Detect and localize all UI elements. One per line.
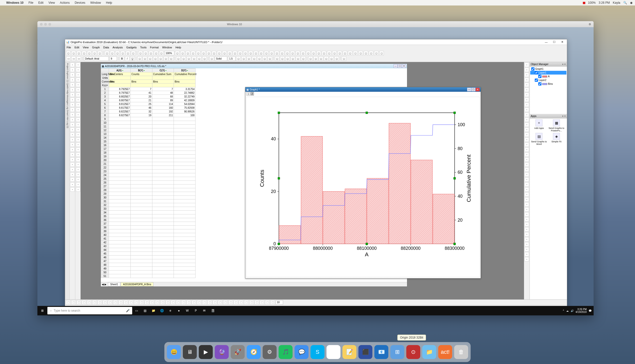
tool-button[interactable]: ▫ — [524, 217, 529, 222]
tool-button[interactable]: ▫ — [70, 118, 75, 122]
tool-button[interactable]: ▫ — [70, 62, 75, 67]
tool-button[interactable]: ▫ — [524, 132, 529, 137]
tool-button[interactable]: ▫ — [524, 92, 529, 97]
tool-button[interactable]: ◻ — [82, 51, 86, 55]
origin-menu-tools[interactable]: Tools — [140, 46, 147, 49]
column-header[interactable]: D(Y) ▪ — [174, 68, 196, 72]
origin-menu-format[interactable]: Format — [150, 46, 159, 49]
dock-app[interactable]: ⊙ — [406, 345, 420, 359]
tool-button[interactable]: ◻ — [259, 51, 263, 55]
tool-button[interactable]: ◻ — [334, 56, 339, 61]
bottom-num-input[interactable] — [276, 300, 283, 305]
notification-icon[interactable]: 💬 — [589, 310, 591, 312]
tool-button[interactable]: ◻ — [92, 51, 97, 55]
plot-tool-button[interactable]: ⬚ — [160, 300, 165, 305]
taskbar-app[interactable]: 📓 — [209, 306, 217, 315]
tool-button[interactable]: ◻ — [138, 51, 143, 55]
tool-button[interactable]: ◻ — [308, 56, 313, 61]
tool-button[interactable]: ▫ — [76, 147, 80, 152]
taskbar-app[interactable]: ● — [175, 306, 183, 315]
tool-button[interactable]: ▫ — [76, 157, 80, 162]
app-item[interactable]: ＋Add Apps — [531, 120, 547, 132]
dock-app[interactable]: 🖥 — [183, 345, 197, 359]
tool-button[interactable]: ▫ — [70, 187, 75, 192]
object-manager-header[interactable]: Object Manager ▾✕ — [530, 62, 567, 66]
tool-button[interactable]: ◻ — [285, 51, 290, 55]
plot-tool-button[interactable]: ⬚ — [77, 300, 81, 305]
worksheet-titlebar[interactable]: ▦ A20160304PDPR - 2016-03-04 PD PRO FULL… — [101, 64, 407, 68]
tool-button[interactable]: ▫ — [524, 128, 529, 132]
plot-tool-button[interactable]: ⬚ — [155, 300, 160, 305]
tool-button[interactable]: ▫ — [76, 142, 80, 147]
tool-button[interactable]: ◻ — [358, 51, 363, 55]
tree-item[interactable]: Bins — [530, 82, 566, 86]
tool-button[interactable]: ◻ — [252, 56, 256, 61]
tool-button[interactable]: ◻ — [77, 51, 81, 55]
tool-button[interactable]: ▫ — [524, 182, 529, 187]
tool-button[interactable]: ◻ — [322, 51, 326, 55]
close-button[interactable]: ✕ — [402, 64, 406, 68]
tool-button[interactable]: ▫ — [76, 162, 80, 167]
plot-tool-button[interactable]: ⬚ — [71, 300, 76, 305]
tool-button[interactable]: ◻ — [379, 51, 384, 55]
tool-button[interactable]: ▫ — [524, 68, 529, 72]
parallels-pause-icon[interactable]: ▮▮ — [583, 1, 585, 4]
close-icon[interactable]: ✕ — [564, 115, 566, 118]
tool-button[interactable]: ◻ — [275, 56, 279, 61]
plot-tool-button[interactable]: ⬚ — [202, 300, 207, 305]
tool-button[interactable]: ◻ — [143, 56, 147, 61]
tool-button[interactable]: ▫ — [76, 132, 80, 137]
tool-button[interactable]: ▭ — [66, 56, 71, 61]
plot-tool-button[interactable]: ⬚ — [208, 300, 212, 305]
tool-button[interactable]: ▫ — [76, 172, 80, 177]
tool-button[interactable]: ▫ — [524, 222, 529, 227]
close-button[interactable]: ✕ — [558, 40, 566, 44]
tool-button[interactable]: ▫ — [70, 182, 75, 187]
tool-button[interactable]: ◻ — [137, 56, 142, 61]
dock-app[interactable]: ▶ — [199, 345, 213, 359]
tool-button[interactable]: ▫ — [70, 98, 75, 102]
tool-button[interactable]: ◻ — [98, 51, 102, 55]
tool-button[interactable]: ◻ — [121, 51, 125, 55]
tool-button[interactable]: ◻ — [212, 51, 216, 55]
minimize-button[interactable]: — — [394, 64, 398, 68]
origin-menu-graph[interactable]: Graph — [92, 46, 100, 49]
tool-button[interactable]: ▫ — [70, 122, 75, 127]
tool-button[interactable]: ▫ — [76, 82, 80, 87]
tool-button[interactable]: ◻ — [369, 51, 373, 55]
mac-menu-devices[interactable]: Devices — [75, 1, 85, 4]
origin-menu-view[interactable]: View — [83, 46, 89, 49]
tool-button[interactable]: ▫ — [524, 118, 529, 122]
minimize-button[interactable]: — — [467, 88, 471, 91]
tool-button[interactable]: ▫ — [70, 142, 75, 147]
tool-button[interactable]: ▫ — [76, 187, 80, 192]
tool-button[interactable]: ◻ — [159, 51, 164, 55]
tool-button[interactable]: ▫ — [76, 182, 80, 187]
tool-button[interactable]: ▫ — [76, 152, 80, 157]
tool-button[interactable]: ▫ — [524, 108, 529, 112]
minimize-icon[interactable] — [44, 23, 47, 26]
mac-menu-actions[interactable]: Actions — [60, 1, 70, 4]
tool-button[interactable]: ▫ — [76, 167, 80, 172]
tool-button[interactable]: ▫ — [524, 187, 529, 192]
tool-button[interactable]: ◻ — [301, 56, 306, 61]
tool-button[interactable]: ◻ — [296, 56, 300, 61]
plot-tool-button[interactable]: ⬚ — [145, 300, 149, 305]
tool-button[interactable]: ◻ — [66, 51, 71, 55]
taskbar-app[interactable]: ✉ — [200, 306, 209, 315]
dock-app[interactable]: ⬛ — [358, 345, 372, 359]
taskbar-app[interactable]: P — [192, 306, 200, 315]
tool-button[interactable]: ◻ — [181, 56, 186, 61]
tool-button[interactable]: ◻ — [71, 51, 76, 55]
maximize-button[interactable]: ☐ — [550, 40, 558, 44]
tool-button[interactable]: ◻ — [202, 56, 207, 61]
plot-tool-button[interactable]: ⬚ — [139, 300, 144, 305]
dock-app[interactable]: 19 — [326, 345, 340, 359]
tool-button[interactable]: ▫ — [70, 162, 75, 167]
plot-tool-button[interactable]: ⬚ — [244, 300, 249, 305]
plot-tool-button[interactable]: ⬚ — [113, 300, 118, 305]
layer-tab-2[interactable]: 2 — [250, 92, 254, 96]
graph-titlebar[interactable]: ▦ Graph1 * — ☐ ✕ — [245, 87, 481, 92]
tool-button[interactable]: ◻ — [301, 51, 305, 55]
origin-menu-gadgets[interactable]: Gadgets — [126, 46, 137, 49]
